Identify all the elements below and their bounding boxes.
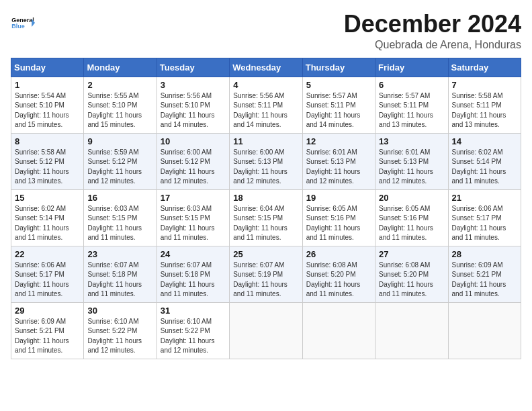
day-number: 6 bbox=[379, 80, 444, 90]
calendar-cell: 29Sunrise: 6:09 AM Sunset: 5:21 PM Dayli… bbox=[11, 302, 84, 359]
calendar-cell: 3Sunrise: 5:56 AM Sunset: 5:10 PM Daylig… bbox=[157, 77, 229, 133]
day-number: 23 bbox=[87, 249, 152, 259]
week-row-4: 22Sunrise: 6:06 AM Sunset: 5:17 PM Dayli… bbox=[11, 246, 521, 302]
col-header-friday: Friday bbox=[375, 58, 448, 77]
month-title: December 2024 bbox=[344, 11, 521, 38]
calendar-table: SundayMondayTuesdayWednesdayThursdayFrid… bbox=[11, 58, 521, 359]
day-number: 7 bbox=[452, 80, 517, 90]
day-info: Sunrise: 6:10 AM Sunset: 5:22 PM Dayligh… bbox=[87, 317, 152, 356]
day-number: 12 bbox=[306, 136, 371, 146]
location-subtitle: Quebrada de Arena, Honduras bbox=[344, 39, 521, 51]
calendar-cell: 27Sunrise: 6:08 AM Sunset: 5:20 PM Dayli… bbox=[375, 246, 448, 302]
day-info: Sunrise: 5:55 AM Sunset: 5:10 PM Dayligh… bbox=[87, 91, 152, 130]
day-info: Sunrise: 5:57 AM Sunset: 5:11 PM Dayligh… bbox=[379, 91, 444, 130]
day-number: 16 bbox=[87, 193, 152, 203]
col-header-sunday: Sunday bbox=[11, 58, 84, 77]
day-info: Sunrise: 6:08 AM Sunset: 5:20 PM Dayligh… bbox=[306, 261, 371, 300]
day-info: Sunrise: 6:07 AM Sunset: 5:18 PM Dayligh… bbox=[161, 261, 226, 300]
svg-text:Blue: Blue bbox=[11, 23, 25, 30]
day-number: 26 bbox=[306, 249, 371, 259]
col-header-wednesday: Wednesday bbox=[230, 58, 302, 77]
calendar-cell: 12Sunrise: 6:01 AM Sunset: 5:13 PM Dayli… bbox=[302, 133, 375, 189]
calendar-cell: 21Sunrise: 6:06 AM Sunset: 5:17 PM Dayli… bbox=[448, 189, 521, 246]
page-header: General Blue December 2024 Quebrada de A… bbox=[11, 11, 521, 51]
day-info: Sunrise: 6:03 AM Sunset: 5:15 PM Dayligh… bbox=[87, 204, 152, 243]
calendar-cell: 22Sunrise: 6:06 AM Sunset: 5:17 PM Dayli… bbox=[11, 246, 84, 302]
day-number: 22 bbox=[15, 249, 80, 259]
day-number: 14 bbox=[452, 136, 517, 146]
day-number: 28 bbox=[452, 249, 517, 259]
day-info: Sunrise: 6:03 AM Sunset: 5:15 PM Dayligh… bbox=[161, 204, 226, 243]
day-info: Sunrise: 5:58 AM Sunset: 5:11 PM Dayligh… bbox=[452, 91, 517, 130]
calendar-cell: 2Sunrise: 5:55 AM Sunset: 5:10 PM Daylig… bbox=[84, 77, 157, 133]
day-info: Sunrise: 6:04 AM Sunset: 5:15 PM Dayligh… bbox=[233, 204, 298, 243]
day-info: Sunrise: 6:02 AM Sunset: 5:14 PM Dayligh… bbox=[15, 204, 80, 243]
day-number: 20 bbox=[379, 193, 444, 203]
day-number: 15 bbox=[15, 193, 80, 203]
col-header-saturday: Saturday bbox=[448, 58, 521, 77]
day-number: 24 bbox=[161, 249, 226, 259]
calendar-cell: 14Sunrise: 6:02 AM Sunset: 5:14 PM Dayli… bbox=[448, 133, 521, 189]
day-info: Sunrise: 5:57 AM Sunset: 5:11 PM Dayligh… bbox=[306, 91, 371, 130]
calendar-cell: 8Sunrise: 5:58 AM Sunset: 5:12 PM Daylig… bbox=[11, 133, 84, 189]
calendar-cell: 23Sunrise: 6:07 AM Sunset: 5:18 PM Dayli… bbox=[84, 246, 157, 302]
calendar-cell: 10Sunrise: 6:00 AM Sunset: 5:12 PM Dayli… bbox=[157, 133, 229, 189]
week-row-2: 8Sunrise: 5:58 AM Sunset: 5:12 PM Daylig… bbox=[11, 133, 521, 189]
day-number: 1 bbox=[15, 80, 80, 90]
day-info: Sunrise: 6:07 AM Sunset: 5:19 PM Dayligh… bbox=[233, 261, 298, 300]
day-info: Sunrise: 6:08 AM Sunset: 5:20 PM Dayligh… bbox=[379, 261, 444, 300]
day-number: 13 bbox=[379, 136, 444, 146]
week-row-5: 29Sunrise: 6:09 AM Sunset: 5:21 PM Dayli… bbox=[11, 302, 521, 359]
calendar-cell: 24Sunrise: 6:07 AM Sunset: 5:18 PM Dayli… bbox=[157, 246, 229, 302]
calendar-cell: 6Sunrise: 5:57 AM Sunset: 5:11 PM Daylig… bbox=[375, 77, 448, 133]
calendar-cell: 26Sunrise: 6:08 AM Sunset: 5:20 PM Dayli… bbox=[302, 246, 375, 302]
day-number: 21 bbox=[452, 193, 517, 203]
calendar-cell: 17Sunrise: 6:03 AM Sunset: 5:15 PM Dayli… bbox=[157, 189, 229, 246]
calendar-cell: 5Sunrise: 5:57 AM Sunset: 5:11 PM Daylig… bbox=[302, 77, 375, 133]
day-info: Sunrise: 6:09 AM Sunset: 5:21 PM Dayligh… bbox=[15, 317, 80, 356]
calendar-cell bbox=[448, 302, 521, 359]
day-info: Sunrise: 6:05 AM Sunset: 5:16 PM Dayligh… bbox=[306, 204, 371, 243]
calendar-cell bbox=[302, 302, 375, 359]
calendar-cell: 19Sunrise: 6:05 AM Sunset: 5:16 PM Dayli… bbox=[302, 189, 375, 246]
day-number: 4 bbox=[233, 80, 298, 90]
col-header-monday: Monday bbox=[84, 58, 157, 77]
day-info: Sunrise: 5:54 AM Sunset: 5:10 PM Dayligh… bbox=[15, 91, 80, 130]
calendar-cell: 30Sunrise: 6:10 AM Sunset: 5:22 PM Dayli… bbox=[84, 302, 157, 359]
week-row-3: 15Sunrise: 6:02 AM Sunset: 5:14 PM Dayli… bbox=[11, 189, 521, 246]
calendar-cell: 18Sunrise: 6:04 AM Sunset: 5:15 PM Dayli… bbox=[230, 189, 302, 246]
calendar-cell: 7Sunrise: 5:58 AM Sunset: 5:11 PM Daylig… bbox=[448, 77, 521, 133]
day-info: Sunrise: 6:05 AM Sunset: 5:16 PM Dayligh… bbox=[379, 204, 444, 243]
day-info: Sunrise: 5:59 AM Sunset: 5:12 PM Dayligh… bbox=[87, 148, 152, 187]
day-info: Sunrise: 6:06 AM Sunset: 5:17 PM Dayligh… bbox=[452, 204, 517, 243]
calendar-cell: 28Sunrise: 6:09 AM Sunset: 5:21 PM Dayli… bbox=[448, 246, 521, 302]
day-info: Sunrise: 6:06 AM Sunset: 5:17 PM Dayligh… bbox=[15, 261, 80, 300]
day-number: 9 bbox=[87, 136, 152, 146]
day-info: Sunrise: 6:02 AM Sunset: 5:14 PM Dayligh… bbox=[452, 148, 517, 187]
day-number: 31 bbox=[161, 306, 226, 316]
calendar-cell: 9Sunrise: 5:59 AM Sunset: 5:12 PM Daylig… bbox=[84, 133, 157, 189]
calendar-cell bbox=[230, 302, 302, 359]
day-number: 17 bbox=[161, 193, 226, 203]
day-info: Sunrise: 5:56 AM Sunset: 5:10 PM Dayligh… bbox=[161, 91, 226, 130]
day-info: Sunrise: 6:00 AM Sunset: 5:12 PM Dayligh… bbox=[161, 148, 226, 187]
day-number: 3 bbox=[161, 80, 226, 90]
day-info: Sunrise: 6:00 AM Sunset: 5:13 PM Dayligh… bbox=[233, 148, 298, 187]
day-number: 19 bbox=[306, 193, 371, 203]
calendar-cell: 20Sunrise: 6:05 AM Sunset: 5:16 PM Dayli… bbox=[375, 189, 448, 246]
week-row-1: 1Sunrise: 5:54 AM Sunset: 5:10 PM Daylig… bbox=[11, 77, 521, 133]
day-number: 8 bbox=[15, 136, 80, 146]
header-row: SundayMondayTuesdayWednesdayThursdayFrid… bbox=[11, 58, 521, 77]
day-info: Sunrise: 6:10 AM Sunset: 5:22 PM Dayligh… bbox=[161, 317, 226, 356]
calendar-cell: 25Sunrise: 6:07 AM Sunset: 5:19 PM Dayli… bbox=[230, 246, 302, 302]
day-number: 25 bbox=[233, 249, 298, 259]
calendar-cell bbox=[375, 302, 448, 359]
day-info: Sunrise: 6:09 AM Sunset: 5:21 PM Dayligh… bbox=[452, 261, 517, 300]
svg-text:General: General bbox=[11, 17, 34, 24]
day-info: Sunrise: 5:58 AM Sunset: 5:12 PM Dayligh… bbox=[15, 148, 80, 187]
day-info: Sunrise: 6:01 AM Sunset: 5:13 PM Dayligh… bbox=[306, 148, 371, 187]
logo: General Blue bbox=[11, 11, 35, 35]
day-info: Sunrise: 6:07 AM Sunset: 5:18 PM Dayligh… bbox=[87, 261, 152, 300]
calendar-cell: 1Sunrise: 5:54 AM Sunset: 5:10 PM Daylig… bbox=[11, 77, 84, 133]
calendar-cell: 11Sunrise: 6:00 AM Sunset: 5:13 PM Dayli… bbox=[230, 133, 302, 189]
